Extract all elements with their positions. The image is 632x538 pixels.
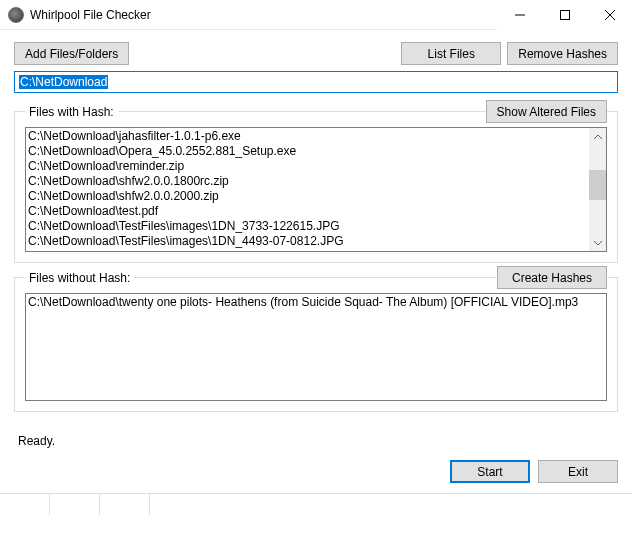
status-text: Ready. <box>14 426 618 460</box>
maximize-button[interactable] <box>542 0 587 30</box>
list-item[interactable]: C:\NetDownload\TestFiles\images\1DN_3733… <box>28 219 604 234</box>
list-item[interactable]: C:\NetDownload\test.pdf <box>28 204 604 219</box>
path-input[interactable]: C:\NetDownload <box>14 71 618 93</box>
scrollbar[interactable] <box>589 128 606 251</box>
list-item[interactable]: C:\NetDownload\shfw2.0.0.1800rc.zip <box>28 174 604 189</box>
remove-hashes-button[interactable]: Remove Hashes <box>507 42 618 65</box>
add-files-button[interactable]: Add Files/Folders <box>14 42 129 65</box>
files-with-hash-list[interactable]: C:\NetDownload\jahasfilter-1.0.1-p6.exeC… <box>25 127 607 252</box>
list-item[interactable]: C:\NetDownload\twenty one pilots- Heathe… <box>28 295 604 310</box>
scroll-thumb[interactable] <box>589 170 606 200</box>
show-altered-files-button[interactable]: Show Altered Files <box>486 100 607 123</box>
app-icon <box>8 7 24 23</box>
status-strip <box>0 493 632 515</box>
start-button[interactable]: Start <box>450 460 530 483</box>
list-item[interactable]: C:\NetDownload\Opera_45.0.2552.881_Setup… <box>28 144 604 159</box>
titlebar: Whirlpool File Checker <box>0 0 632 30</box>
scroll-up-icon[interactable] <box>589 128 606 145</box>
svg-rect-1 <box>560 11 569 20</box>
list-item[interactable]: C:\NetDownload\reminder.zip <box>28 159 604 174</box>
create-hashes-button[interactable]: Create Hashes <box>497 266 607 289</box>
files-without-hash-panel: Files without Hash: Create Hashes C:\Net… <box>14 277 618 412</box>
list-item[interactable]: C:\NetDownload\TestFiles\images\1DN_4814… <box>28 249 604 252</box>
list-files-button[interactable]: List Files <box>401 42 501 65</box>
minimize-button[interactable] <box>497 0 542 30</box>
close-button[interactable] <box>587 0 632 30</box>
window-title: Whirlpool File Checker <box>30 8 497 22</box>
list-item[interactable]: C:\NetDownload\shfw2.0.0.2000.zip <box>28 189 604 204</box>
files-without-hash-list[interactable]: C:\NetDownload\twenty one pilots- Heathe… <box>25 293 607 401</box>
files-without-hash-label: Files without Hash: <box>25 271 134 285</box>
list-item[interactable]: C:\NetDownload\jahasfilter-1.0.1-p6.exe <box>28 129 604 144</box>
list-item[interactable]: C:\NetDownload\TestFiles\images\1DN_4493… <box>28 234 604 249</box>
scroll-down-icon[interactable] <box>589 234 606 251</box>
files-with-hash-panel: Files with Hash: Show Altered Files C:\N… <box>14 111 618 263</box>
exit-button[interactable]: Exit <box>538 460 618 483</box>
path-text: C:\NetDownload <box>19 75 108 89</box>
files-with-hash-label: Files with Hash: <box>25 105 118 119</box>
